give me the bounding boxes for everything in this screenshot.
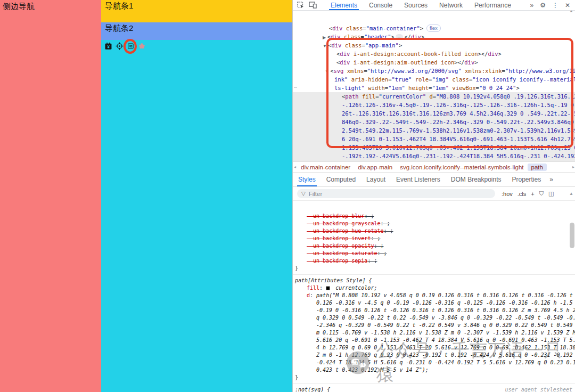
toggle-hover-state-button[interactable]: :hov (502, 191, 513, 197)
styles-filter-input[interactable]: ▽ Filter (297, 189, 495, 198)
code-line[interactable]: --un-backdrop-saturate: ; (293, 250, 575, 257)
styles-tab-computed[interactable]: Computed (321, 173, 361, 186)
navbar-1[interactable]: 导航条1 (101, 0, 292, 22)
styles-scrollbar-thumb[interactable] (570, 223, 574, 248)
styles-tab-styles[interactable]: Styles (293, 173, 321, 186)
filter-placeholder: Filter (309, 191, 323, 197)
code-line[interactable]: -0.19 0 -0.316 0.126 t -0.126 0.316 t 0.… (293, 307, 575, 314)
devtools-tab-elements[interactable]: Elements (325, 0, 363, 10)
sidebar-nav[interactable]: 侧边导航 (0, 0, 101, 392)
code-line[interactable]: <div class="main-container">flex (293, 24, 575, 32)
device-toolbar-icon[interactable] (308, 1, 317, 9)
code-line[interactable]: -.192t.192-.424V5.616q0-.231-.192-.424T1… (293, 152, 575, 160)
kebab-menu-icon[interactable]: ⋮ (549, 2, 561, 9)
code-line[interactable]: 4 h 12.769 q 0.69 0 1.153 0.463 T 20 5.6… (293, 344, 575, 352)
section-separator (293, 383, 575, 384)
code-line[interactable]: fill: currentcolor; (293, 284, 575, 292)
devtools-tab-sources[interactable]: Sources (398, 0, 433, 10)
settings-gear-icon[interactable]: ⚙ (537, 2, 548, 9)
sidebar-panel-icon[interactable]: ◫ (548, 190, 554, 197)
code-line[interactable]: m 0.115 -0.769 v -1.538 h 2.116 v 1.538 … (293, 329, 575, 337)
rendering-brush-icon[interactable]: ⛉ (539, 190, 544, 197)
icons-row (104, 42, 146, 50)
breadcrumb-item[interactable]: svg.icon.iconify.iconify--material-symbo… (396, 164, 527, 171)
new-style-rule-button[interactable]: + (531, 191, 534, 197)
toggle-class-button[interactable]: .cls (518, 191, 527, 197)
code-line[interactable]: } (293, 374, 575, 381)
devtools-toolbar: ElementsConsoleSourcesNetworkPerformance… (293, 0, 575, 11)
close-devtools-icon[interactable]: ✕ (562, 2, 573, 9)
code-line[interactable]: --un-backdrop-blur: ; (293, 213, 575, 220)
code-line[interactable]: 5.616 20 q -0.691 0 -1.153 -0.462 T 4 18… (293, 337, 575, 344)
styles-tab-properties[interactable]: Properties (507, 173, 547, 186)
code-line[interactable]: -2.346 q -0.329 0 -0.549 0.22 t -0.22 0.… (293, 322, 575, 329)
toolbar-right-controls: » ⚙ ⋮ ✕ (527, 2, 575, 9)
section-separator (293, 274, 575, 275)
styles-filter-controls: :hov .cls + ⛉ ◫ (502, 190, 554, 197)
code-line[interactable]: :not(svg) {user agent stylesheet (293, 386, 575, 392)
styles-sidebar-tabs: StylesComputedLayoutEvent ListenersDOM B… (293, 173, 575, 187)
devtools-panel: ElementsConsoleSourcesNetworkPerformance… (292, 0, 575, 392)
styles-pane: --un-backdrop-blur: ;--un-backdrop-grays… (293, 201, 575, 392)
styles-tab-dom-breakpoints[interactable]: DOM Breakpoints (446, 173, 507, 186)
devtools-tab-console[interactable]: Console (363, 0, 398, 10)
navbar1-label: 导航条1 (105, 1, 133, 10)
code-line[interactable]: 0.126 -0.316 v -4.5 q 0 -0.19 -0.126 -0.… (293, 299, 575, 307)
navbar2-label: 导航条2 (105, 23, 133, 32)
breadcrumb-right-arrow-icon[interactable]: ▸ (571, 165, 575, 169)
devtools-tab-performance[interactable]: Performance (469, 0, 517, 10)
breadcrumb-left-arrow-icon[interactable]: ◂ (293, 165, 297, 169)
styles-filter-bar: ▽ Filter :hov .cls + ⛉ ◫ ▲ (293, 187, 575, 201)
styles-tab-layout[interactable]: Layout (361, 173, 391, 186)
devtools-tab-network[interactable]: Network (433, 0, 469, 10)
styles-tab-event-listeners[interactable]: Event Listeners (391, 173, 446, 186)
funnel-filter-icon: ▽ (301, 191, 306, 197)
breadcrumb-item[interactable]: div.main-container (297, 164, 354, 171)
styles-more-tabs-chevron[interactable]: » (546, 176, 556, 183)
code-line[interactable]: d: path("M 8.808 10.192 v 4.058 q 0 0.19… (293, 292, 575, 299)
breadcrumb-item[interactable]: path (528, 164, 547, 171)
red-masked-icon[interactable] (138, 42, 146, 50)
user-agent-stylesheet-label: user agent stylesheet (505, 386, 572, 392)
code-line[interactable]: --un-backdrop-opacity: ; (293, 242, 575, 250)
sidebar-title: 侧边导航 (3, 2, 35, 11)
code-line[interactable]: path[Attributes Style] { (293, 277, 575, 284)
aim-crosshair-icon[interactable] (116, 42, 124, 50)
breadcrumb: ◂div.main-containerdiv.app-mainsvg.icon.… (293, 161, 575, 173)
code-line[interactable]: Z m 0 -1 h 12.769 q 0.23 0 0.423 -0.192 … (293, 352, 575, 359)
breadcrumb-item[interactable]: div.app-main (354, 164, 396, 171)
code-line[interactable]: 0.423 t 0.423 0.192 M 5 5 v 14 Z"); (293, 366, 575, 374)
code-line[interactable]: --un-backdrop-hue-rotate: ; (293, 227, 575, 235)
screenshot-stage: 侧边导航 导航条1 导航条2 (0, 0, 575, 392)
code-line[interactable]: --un-backdrop-invert: ; (293, 235, 575, 242)
page-main-column: 导航条1 导航条2 (101, 0, 292, 392)
web-page: 侧边导航 导航条1 导航条2 (0, 0, 292, 392)
code-line[interactable]: --un-backdrop-grayscale: ; (293, 220, 575, 227)
styles-scroll-up-icon[interactable]: ▲ (569, 191, 573, 196)
devtools-tabs: ElementsConsoleSourcesNetworkPerformance (325, 0, 517, 10)
code-line[interactable]: -0.424 T 18.384 5 H 5.616 q -0.231 0 -0.… (293, 359, 575, 366)
code-line[interactable]: --un-backdrop-sepia: ; (293, 257, 575, 265)
page-content (101, 40, 292, 392)
navbar-2[interactable]: 导航条2 (101, 22, 292, 40)
code-line[interactable]: } (293, 265, 575, 272)
code-line[interactable]: q 0.329 0 0.549 -0.22 t 0.22 -0.549 v -3… (293, 314, 575, 322)
inspect-element-icon[interactable] (296, 1, 305, 9)
red-ellipse-annotation (124, 39, 137, 54)
row-menu-dots-icon[interactable]: ⋯ (294, 83, 298, 92)
more-tabs-chevron[interactable]: » (527, 2, 536, 9)
red-rectangle-annotation (326, 38, 573, 148)
account-book-icon[interactable] (104, 42, 112, 50)
